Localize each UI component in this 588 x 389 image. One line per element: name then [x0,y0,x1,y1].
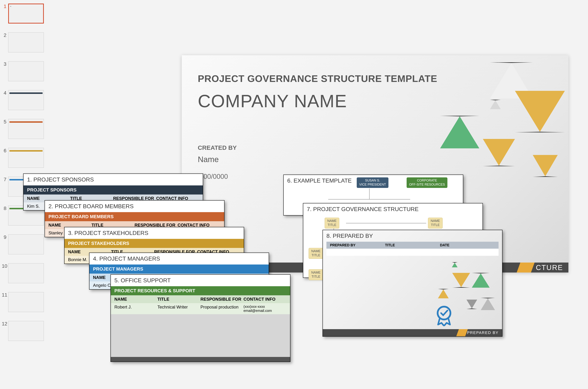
cell-name: Robert J. [114,305,158,313]
callout-title: 8. PREPARED BY [323,230,502,242]
col-title: TITLE [158,297,201,302]
band-header: PROJECT SPONSORS [24,185,203,194]
thumbnail-number: 6 [2,148,8,154]
col-responsible: RESPONSIBLE FOR [201,297,243,302]
org-connector [369,189,370,199]
callout-title: 5. OFFICE SUPPORT [111,275,290,286]
triangle-decoration [483,139,515,166]
thumbnail-4[interactable]: 4 [2,90,57,110]
slide-title: PROJECT GOVERNANCE STRUCTURE TEMPLATE [198,73,437,84]
thumbnail-6[interactable]: 6 [2,148,57,168]
thumbnail-1[interactable]: 1 ■ [2,3,57,24]
triangle-decoration [533,155,558,177]
card-footer: PREPARED BY [323,329,502,336]
triangle-decoration [481,298,495,310]
thumbnail-11[interactable]: 11 [2,292,57,312]
col-date: DATE [440,243,495,247]
thumbnail-preview: ■ [8,3,44,24]
callout-office-support[interactable]: 5. OFFICE SUPPORT PROJECT RESOURCES & SU… [110,274,290,362]
thumbnail-number: 8 [2,206,8,211]
triangle-decoration [466,300,477,309]
footer-accent [517,262,535,272]
thumbnail-preview [8,321,44,341]
triangle-decoration [472,273,490,288]
thumbnail-number: 12 [2,321,8,327]
thumbnail-number: 5 [2,119,8,125]
thumbnail-number: 10 [2,263,8,269]
col-contact: CONTACT INFO [243,297,287,302]
triangle-decoration [515,91,565,132]
col-name: NAME [114,297,158,302]
empty-row [326,249,499,256]
footer-accent [456,329,468,336]
thumbnail-number: 2 [2,32,8,38]
thumbnail-preview [8,292,44,312]
table-body-empty [111,314,290,357]
thumbnail-number: 4 [2,90,8,96]
thumbnail-number: 3 [2,61,8,67]
footer-text: CTURE [536,264,563,272]
callout-title: 4. PROJECT MANAGERS [89,253,269,264]
org-node: NAME TITLE [428,218,443,228]
thumbnail-number: 7 [2,177,8,182]
col-title: TITLE [385,243,440,247]
thumbnail-preview [8,234,44,254]
thumbnail-10[interactable]: 10 [2,263,57,283]
card-footer [111,357,290,361]
thumbnail-9[interactable]: 9 [2,234,57,254]
thumbnail-preview [8,119,44,139]
svg-point-0 [438,307,450,320]
footer-text: PREPARED BY [467,330,499,335]
triangle-decoration [440,116,479,148]
triangle-decoration [452,262,458,267]
thumbnail-preview [8,61,44,81]
cell-contact: (xxx)xxx-xxxx email@email.com [243,305,287,313]
triangle-decoration [490,100,501,109]
thumbnail-3[interactable]: 3 [2,61,57,81]
callout-title: 1. PROJECT SPONSORS [24,174,203,185]
band-header: PROJECT BOARD MEMBERS [45,212,224,221]
band-header: PROJECT RESOURCES & SUPPORT [111,286,290,295]
band-header: PROJECT MANAGERS [89,264,269,274]
company-name: COMPANY NAME [198,91,347,111]
org-node: NAME TITLE [309,248,323,259]
thumbnail-preview [8,90,44,110]
callout-prepared-by[interactable]: 8. PREPARED BY PREPARED BY TITLE DATE PR… [322,230,502,337]
org-connector [328,199,410,199]
callout-title: 7. PROJECT GOVERNANCE STRUCTURE [303,203,483,215]
ribbon-badge-icon [433,305,455,326]
thumbnail-12[interactable]: 12 [2,321,57,341]
thumbnail-preview [8,148,44,168]
thumbnail-number: 11 [2,292,8,298]
thumbnail-preview [8,32,44,52]
org-node: NAME TITLE [325,218,339,228]
org-node-corporate: CORPORATE OFF-SITE RESOURCES [407,177,448,188]
thumbnail-number: 1 [2,3,8,9]
thumbnail-number: 9 [2,234,8,240]
cell-responsible: Proposal production [201,305,243,313]
created-by-name: Name [198,155,219,164]
col-prepared-by: PREPARED BY [330,243,385,247]
callout-title: 2. PROJECT BOARD MEMBERS [45,200,224,212]
thumbnail-5[interactable]: 5 [2,119,57,139]
cell-title: Technical Writer [158,305,201,313]
thumbnail-preview [8,263,44,283]
thumbnail-2[interactable]: 2 [2,32,57,52]
band-header: PROJECT STAKEHOLDERS [65,239,244,248]
triangle-decoration [438,289,449,298]
org-connector [346,223,426,223]
org-node: NAME TITLE [309,269,323,280]
triangle-decoration [452,273,470,288]
org-node-vp: SUSAN S. VICE PRESIDENT [357,177,388,188]
created-by-label: CREATED BY [198,144,237,151]
callout-title: 3. PROJECT STAKEHOLDERS [65,227,244,239]
